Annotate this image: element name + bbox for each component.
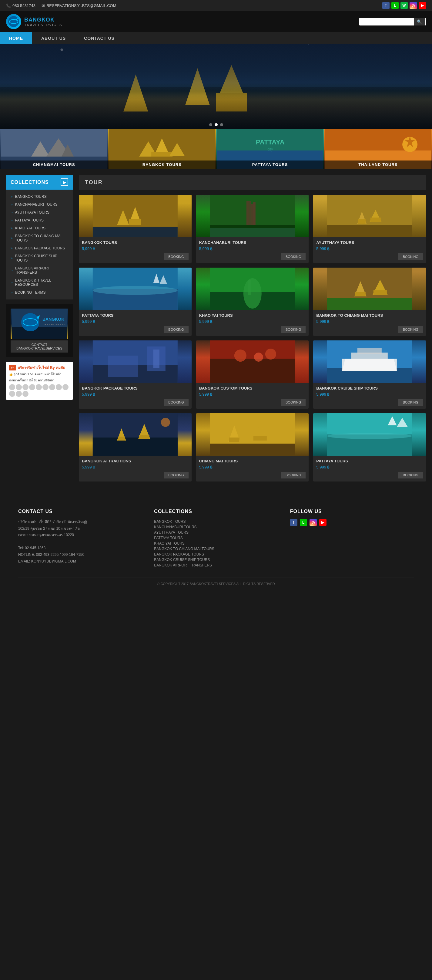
tour-card-info-5: BANGKOK TO CHIANG MAI TOURS 5,999 ฿ BOOK…	[313, 310, 426, 336]
copyright-text: © COPYRIGHT 2017 BANGKOKTRAVELSERVICES A…	[157, 582, 275, 585]
nav-contact[interactable]: CONTACT US	[75, 32, 124, 44]
sidebar-item-pattaya[interactable]: PATTAYA TOURS	[6, 216, 73, 224]
footer-link-khaoyai[interactable]: KHAO YAI TOURS	[154, 541, 278, 546]
phone-icon: 📞	[6, 3, 11, 8]
tour-name-1: KANCHANABURI TOURS	[199, 240, 306, 245]
youtube-icon[interactable]: ▶	[419, 2, 426, 9]
footer-link-ayutthaya[interactable]: AYUTTHAYA TOURS	[154, 530, 278, 535]
tour-name-4: KHAO YAI TOURS	[199, 313, 306, 318]
logo[interactable]: BANGKOK TRAVELSERVICES	[6, 14, 62, 29]
booking-btn-2[interactable]: BOOKING	[399, 253, 423, 260]
booking-btn-6[interactable]: BOOKING	[164, 399, 188, 406]
hero-dot-2[interactable]	[214, 123, 218, 126]
booking-btn-3[interactable]: BOOKING	[164, 326, 188, 333]
sidebar-ad-title: บริการรับทำเว็บไซต์ By คมยับ	[17, 365, 65, 371]
instagram-icon[interactable]: ◎	[410, 2, 417, 9]
footer: CONTACT US บริษัท คมยับ เว็บมีดีย์ จำกัด…	[0, 497, 432, 592]
footer-contact-address: บริษัท คมยับ เว็บมีดีย์ จำกัด (สำนักงานใ…	[18, 519, 142, 565]
sidebar-item-cruise[interactable]: BANGKOK CRUISE SHIP TOURS	[6, 252, 73, 264]
tour-price-3: 5,999 ฿	[82, 319, 189, 324]
tour-card-info-7: BANGKOK CUSTOM TOURS 5,999 ฿ BOOKING	[196, 383, 309, 409]
tour-cat-thailand[interactable]: THAILAND TOURS	[324, 129, 432, 169]
footer-link-airport[interactable]: BANGKOK AIRPORT TRANSFERS	[154, 563, 278, 568]
sidebar-item-package[interactable]: BANGKOK PACKAGE TOURS	[6, 244, 73, 252]
cat-label-chiangmai: CHIANGMAI TOURS	[0, 161, 108, 169]
tour-name-6: BANGKOK PACKAGE TOURS	[82, 386, 189, 390]
footer-link-cruise[interactable]: BANGKOK CRUISE SHIP TOURS	[154, 557, 278, 563]
svg-text:city: city	[267, 147, 273, 151]
contact-button[interactable]: CONTACT BANGKOKTRAVELSERVICES	[11, 340, 68, 353]
tour-card-6: BANGKOK PACKAGE TOURS 5,999 ฿ BOOKING	[79, 340, 192, 409]
search-bar[interactable]: 🔍	[359, 18, 426, 25]
email-info: ✉ RESERVATIONS01.BTS@GMAIL.COM	[41, 3, 116, 8]
sidebar-item-booking-terms[interactable]: BOOKING TERMS	[6, 288, 73, 296]
footer-instagram-icon[interactable]: ◎	[310, 519, 317, 526]
booking-btn-9[interactable]: BOOKING	[164, 472, 188, 479]
tour-price-9: 5,999 ฿	[82, 465, 189, 469]
svg-rect-92	[118, 437, 125, 441]
tour-price-6: 5,999 ฿	[82, 392, 189, 396]
main-content: COLLECTIONS ▶ BANGKOK TOURS KANCHANABURI…	[0, 169, 432, 488]
nav-about[interactable]: ABOUT US	[32, 32, 75, 44]
footer-line-icon[interactable]: L	[300, 519, 307, 526]
tour-cat-bangkok[interactable]: BANGKOK TOURS	[108, 129, 216, 169]
tour-name-9: BANGKOK ATTRACTIONS	[82, 459, 189, 463]
collections-arrow[interactable]: ▶	[60, 178, 68, 186]
tour-card-info-6: BANGKOK PACKAGE TOURS 5,999 ฿ BOOKING	[79, 383, 192, 409]
booking-btn-10[interactable]: BOOKING	[281, 472, 306, 479]
line-icon[interactable]: L	[391, 2, 399, 9]
tour-cat-chiangmai[interactable]: CHIANGMAI TOURS	[0, 129, 108, 169]
footer-contact: CONTACT US บริษัท คมยับ เว็บมีดีย์ จำกัด…	[18, 509, 142, 568]
svg-rect-101	[210, 444, 295, 456]
svg-rect-66	[248, 280, 251, 295]
search-button[interactable]: 🔍	[414, 18, 425, 25]
booking-btn-4[interactable]: BOOKING	[281, 326, 306, 333]
footer-facebook-icon[interactable]: f	[290, 519, 297, 526]
footer-link-chiangmai[interactable]: BANGKOK TO CHIANG MAI TOURS	[154, 546, 278, 552]
booking-btn-11[interactable]: BOOKING	[399, 472, 423, 479]
tour-cat-pattaya[interactable]: PATTAYA city PATTAYA TOURS	[216, 129, 324, 169]
sidebar-item-bangkok-tours[interactable]: BANGKOK TOURS	[6, 192, 73, 200]
tour-price-1: 5,999 ฿	[199, 247, 306, 251]
footer-link-pattaya[interactable]: PATTAYA TOURS	[154, 535, 278, 541]
tour-price-10: 5,999 ฿	[199, 465, 306, 469]
cat-label-bangkok: BANGKOK TOURS	[108, 161, 216, 169]
footer-youtube-icon[interactable]: ▶	[319, 519, 327, 526]
sidebar-item-khaoyai[interactable]: KHAO YAI TOURS	[6, 224, 73, 232]
svg-rect-43	[129, 219, 141, 225]
tour-price-7: 5,999 ฿	[199, 392, 306, 396]
wechat-icon[interactable]: W	[400, 2, 408, 9]
search-input[interactable]	[359, 18, 414, 25]
booking-btn-1[interactable]: BOOKING	[281, 253, 306, 260]
nav-home[interactable]: HOME	[0, 32, 32, 44]
footer-grid: CONTACT US บริษัท คมยับ เว็บมีดีย์ จำกัด…	[18, 509, 414, 568]
hero-dots	[209, 123, 223, 126]
sidebar-item-kanchanaburi[interactable]: KANCHANABURI TOURS	[6, 200, 73, 208]
footer-link-kanchanaburi[interactable]: KANCHANABURI TOURS	[154, 524, 278, 530]
svg-rect-44	[93, 227, 178, 237]
footer-follow-title: FOLLOW US	[290, 509, 414, 514]
sidebar-item-airport[interactable]: BANGKOK AIRPORT TRANSFERS	[6, 264, 73, 277]
tour-card-5: BANGKOK TO CHIANG MAI TOURS 5,999 ฿ BOOK…	[313, 267, 426, 336]
footer-link-package[interactable]: BANGKOK PACKAGE TOURS	[154, 552, 278, 557]
booking-btn-0[interactable]: BOOKING	[164, 253, 188, 260]
hero-dot-1[interactable]	[209, 123, 212, 126]
facebook-icon[interactable]: f	[382, 2, 389, 9]
booking-btn-8[interactable]: BOOKING	[399, 399, 423, 406]
top-bar: 📞 080 5431743 ✉ RESERVATIONS01.BTS@GMAIL…	[0, 0, 432, 11]
sidebar-menu: BANGKOK TOURS KANCHANABURI TOURS AYUTTHA…	[6, 189, 73, 299]
tour-card-4: KHAO YAI TOURS 5,999 ฿ BOOKING	[196, 267, 309, 336]
booking-btn-5[interactable]: BOOKING	[399, 326, 423, 333]
tour-card-11: PATTAYA TOURS 5,999 ฿ BOOKING	[313, 413, 426, 482]
sidebar-item-resources[interactable]: BANGKOK & TRAVEL RESOURCES	[6, 277, 73, 288]
sidebar-item-chiangmai[interactable]: BANGKOK TO CHIANG MAI TOURS	[6, 232, 73, 244]
svg-rect-87	[357, 348, 382, 354]
svg-rect-51	[210, 228, 295, 237]
sidebar-item-ayutthaya[interactable]: AYUTTHAYA TOURS	[6, 208, 73, 216]
footer-link-bangkok[interactable]: BANGKOK TOURS	[154, 519, 278, 524]
tour-card-info-0: BANGKOK TOURS 5,999 ฿ BOOKING	[79, 237, 192, 263]
tour-card-info-3: PATTAYA TOURS 5,999 ฿ BOOKING	[79, 310, 192, 336]
hero-dot-3[interactable]	[220, 123, 223, 126]
tour-card-info-8: BANGKOK CRUISE SHIP TOURS 5,999 ฿ BOOKIN…	[313, 383, 426, 409]
booking-btn-7[interactable]: BOOKING	[281, 399, 306, 406]
